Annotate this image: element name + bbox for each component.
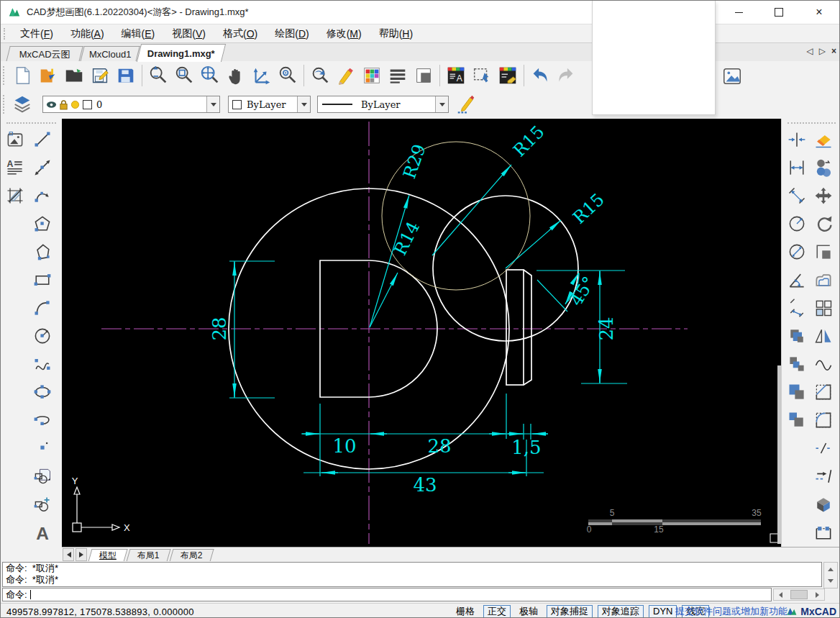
toggle-ortho[interactable]: 正交: [483, 605, 511, 618]
color-select-arrow-icon[interactable]: [297, 96, 310, 112]
draw-pencil-button[interactable]: [333, 63, 359, 88]
polygon-tool[interactable]: [31, 213, 54, 235]
layout-prev-icon[interactable]: [63, 548, 74, 561]
spline-tool[interactable]: [31, 353, 54, 375]
toggle-dyn[interactable]: DYN: [649, 605, 677, 618]
layout-tab-layout1[interactable]: 布局1: [126, 549, 170, 562]
copy-with-base-tool[interactable]: [785, 353, 808, 375]
zoom-pan-button[interactable]: [197, 63, 223, 88]
extend-tool[interactable]: [812, 465, 835, 487]
box-3d-tool[interactable]: [812, 494, 835, 515]
linetype-select-arrow-icon[interactable]: [435, 96, 448, 112]
linetype-select[interactable]: ByLayer: [317, 96, 449, 113]
zoom-scale-button[interactable]: [145, 63, 171, 88]
open-popup-panel[interactable]: [592, 1, 716, 115]
save-button[interactable]: [87, 63, 113, 88]
erase-tool[interactable]: [812, 129, 835, 150]
match-properties-button[interactable]: [495, 63, 521, 88]
mirror-tool[interactable]: [812, 325, 835, 347]
redo-button[interactable]: [553, 63, 579, 88]
hatch-tool[interactable]: [4, 185, 27, 206]
new-file-button[interactable]: [9, 63, 35, 88]
menu-format[interactable]: 格式O: [214, 24, 266, 43]
ucs-axes-button[interactable]: [249, 63, 275, 88]
toggle-polar[interactable]: 极轴: [516, 606, 542, 617]
scroll-left-icon[interactable]: [776, 592, 782, 598]
paste-clip-tool[interactable]: [785, 381, 808, 403]
arc-3point-tool[interactable]: [31, 185, 54, 206]
scroll-up-icon[interactable]: [828, 565, 834, 571]
ellipse-tool[interactable]: [31, 381, 54, 403]
polygon-irregular-tool[interactable]: [31, 241, 54, 263]
minimize-button[interactable]: [718, 1, 759, 24]
select-object-button[interactable]: [469, 63, 495, 88]
mtext-tool[interactable]: A: [4, 157, 27, 178]
line-tool[interactable]: [31, 129, 54, 150]
insert-image-button[interactable]: [719, 63, 745, 89]
array-tool[interactable]: [812, 297, 835, 319]
menu-edit[interactable]: 编辑E: [113, 24, 164, 43]
drawing-canvas[interactable]: R29 R14 R15 R15 45° 24 28 10 28 1,5 43: [62, 119, 781, 547]
chamfer-tool[interactable]: [812, 381, 835, 403]
command-hscrollbar[interactable]: [773, 589, 825, 601]
open-folder-button[interactable]: [61, 63, 87, 88]
copy-clip-tool[interactable]: [785, 325, 808, 347]
xline-tool[interactable]: [31, 157, 54, 178]
maximize-button[interactable]: [759, 1, 799, 24]
toggle-osnap[interactable]: 对象捕捉: [547, 605, 593, 618]
save-as-button[interactable]: [113, 63, 139, 88]
toggle-otrack[interactable]: 对象追踪: [598, 605, 644, 618]
break-tool[interactable]: [812, 437, 835, 459]
command-vscrollbar[interactable]: [823, 562, 838, 589]
tab-mxcloud1[interactable]: MxCloud1: [80, 46, 140, 62]
dim-diameter-tool[interactable]: [785, 241, 808, 263]
feedback-link[interactable]: 提交软件问题或增加新功能: [675, 605, 788, 618]
menu-function[interactable]: 功能A: [62, 24, 113, 43]
dim-snap-tool[interactable]: [785, 129, 808, 150]
layer-select[interactable]: 0: [42, 96, 220, 113]
color-select[interactable]: ByLayer: [228, 96, 311, 113]
tab-drawing1[interactable]: Drawing1.mxg*: [137, 44, 226, 62]
layout-tab-model[interactable]: 模型: [88, 549, 127, 562]
zoom-center-button[interactable]: [275, 63, 301, 88]
rotate-tool[interactable]: [812, 213, 835, 235]
pan-hand-button[interactable]: [223, 63, 249, 88]
command-input[interactable]: 命令:: [2, 588, 772, 601]
circle-tool[interactable]: [31, 325, 54, 347]
move-tool[interactable]: [812, 185, 835, 206]
menu-modify[interactable]: 修改M: [318, 24, 370, 43]
menu-view[interactable]: 视图V: [163, 24, 214, 43]
open-cloud-button[interactable]: [35, 63, 61, 88]
tab-scroll-right-icon[interactable]: ▷: [819, 46, 826, 56]
fillet-tool[interactable]: [812, 409, 835, 431]
tab-close-icon[interactable]: ×: [831, 46, 836, 56]
offset-tool[interactable]: [812, 269, 835, 291]
paste-block-tool[interactable]: [785, 409, 808, 431]
dim-aligned-tool[interactable]: [785, 185, 808, 206]
lineweight-button[interactable]: [411, 63, 437, 88]
make-block-tool[interactable]: [31, 465, 54, 487]
layout-next-icon[interactable]: [76, 548, 87, 561]
arc-tool[interactable]: [31, 297, 54, 319]
linetype-button[interactable]: [385, 63, 411, 88]
tab-mxcad-cloud[interactable]: MxCAD云图: [6, 46, 83, 62]
canvas-vscroll-thumb[interactable]: [777, 365, 781, 544]
color-palette-button[interactable]: [359, 63, 385, 88]
command-history[interactable]: 命令: *取消* 命令: *取消*: [2, 562, 822, 587]
scale-tool[interactable]: [812, 241, 835, 263]
hscroll-thumb[interactable]: [790, 590, 808, 599]
rectangle-tool[interactable]: [31, 269, 54, 291]
view-previous-button[interactable]: [307, 63, 333, 88]
tab-scroll-left-icon[interactable]: ◁: [807, 46, 813, 56]
toggle-grid[interactable]: 栅格: [452, 606, 478, 617]
scroll-down-icon[interactable]: [828, 579, 834, 586]
point-tool[interactable]: [31, 437, 54, 459]
ellipse-arc-tool[interactable]: [31, 409, 54, 431]
layer-select-arrow-icon[interactable]: [206, 96, 219, 112]
insert-block-tool[interactable]: [31, 494, 54, 515]
close-button[interactable]: ×: [799, 1, 839, 24]
copy-tool[interactable]: [812, 157, 835, 178]
menu-file[interactable]: 文件F: [12, 24, 62, 43]
dim-radius-tool[interactable]: [785, 213, 808, 235]
dim-linear-tool[interactable]: [785, 157, 808, 178]
